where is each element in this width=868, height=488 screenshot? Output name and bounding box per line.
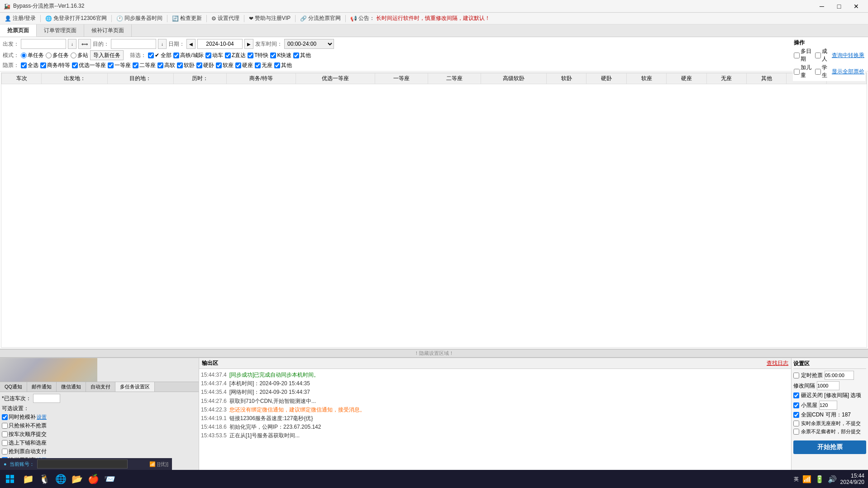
order-sequence-cb[interactable] [2,431,8,437]
filter-all-cb[interactable] [148,53,154,58]
select-lower-cb[interactable] [2,440,8,446]
filter-t-cb[interactable] [248,53,253,58]
mode-multistation[interactable]: 多站 [71,52,88,59]
seat-soft-seat-cb[interactable] [216,62,222,68]
date-next-button[interactable]: ▶ [244,39,253,49]
filter-highspeed-cb[interactable] [173,53,179,58]
hidden-divider[interactable]: ！隐藏设置区域！ [0,349,868,358]
start-button[interactable] [0,470,20,488]
tab-autopay[interactable]: 自动支付 [86,382,115,392]
sync-grab-cb[interactable] [2,414,8,420]
exchange-button[interactable]: ⟺ [78,39,91,49]
seat-all-cb[interactable] [21,62,27,68]
convert-link[interactable]: 查询中转换乘 [832,52,864,59]
to-input[interactable] [111,39,156,49]
seat-business-cb[interactable] [40,62,46,68]
tab-grab[interactable]: 抢票页面 [0,24,37,37]
filter-z-cb[interactable] [225,53,231,58]
menu-official2[interactable]: 🔗 分流抢票官网 [297,14,343,23]
seat-all[interactable]: 全选 [21,62,38,69]
to-down-button[interactable]: ↓ [158,39,167,49]
seat-second[interactable]: 二等座 [133,62,156,69]
filter-highspeed[interactable]: 高铁/城际 [173,52,203,59]
tab-qq[interactable]: QQ通知 [0,382,27,392]
seat-high-soft-cb[interactable] [157,62,163,68]
show-price-link[interactable]: 显示全部票价 [832,68,864,76]
auto-pay-cb[interactable] [2,449,8,455]
taskbar-qq[interactable]: 🐧 [36,471,52,487]
train-table-container[interactable]: 车次 出发地： 目的地： 历时： 商务/特等 优选一等座 一等座 二等座 高级软… [1,72,867,348]
cdn-cb[interactable] [793,412,799,418]
adult-checkbox[interactable] [815,53,821,58]
maximize-button[interactable]: □ [831,0,847,13]
menu-sync[interactable]: 🕐 同步服务器时间 [114,14,165,23]
filter-all[interactable]: ✔ 全部 [148,52,172,59]
insufficient-cb[interactable] [793,429,799,435]
menu-official[interactable]: 🌐 免登录打开12306官网 [43,14,109,23]
filter-motor-cb[interactable] [205,53,211,58]
adult-label[interactable]: 成人 [815,48,830,63]
start-grab-button[interactable]: 开始抢票 [793,440,866,454]
tab-supplement[interactable]: 候补订单页面 [84,24,132,37]
mode-multi[interactable]: 多任务 [46,52,69,59]
close-button[interactable]: ✕ [848,0,864,13]
seat-hard-sleep-cb[interactable] [196,62,202,68]
menu-login[interactable]: 👤 注册/登录 [2,14,38,23]
mode-single-radio[interactable] [21,53,27,58]
seat-high-soft[interactable]: 高软 [157,62,175,69]
child-checkbox[interactable] [794,69,800,75]
mode-multi-radio[interactable] [46,53,52,58]
sync-grab-settings[interactable]: 设置 [37,414,47,421]
menu-update[interactable]: 🔄 检查更新 [169,14,205,23]
seat-soft-sleep[interactable]: 软卧 [177,62,195,69]
only-supplement-cb[interactable] [2,423,8,429]
date-prev-button[interactable]: ◀ [186,39,196,49]
tray-clock[interactable]: 15:44 2024/9/20 [840,473,864,485]
seat-second-cb[interactable] [133,62,138,68]
minimize-button[interactable]: ─ [814,0,830,13]
import-button[interactable]: 导入新任务 [90,50,124,60]
multi-day-checkbox[interactable] [794,53,800,58]
seat-hard-seat-cb[interactable] [235,62,241,68]
seat-no-seat-cb[interactable] [255,62,261,68]
blacklist-cb[interactable] [793,402,799,408]
menu-vip[interactable]: ❤ 赞助与注册VIP [246,14,293,23]
seat-other[interactable]: 其他 [274,62,292,69]
seat-hard-seat[interactable]: 硬座 [235,62,253,69]
log-link[interactable]: 查找日志 [767,359,788,367]
seat-first-plus[interactable]: 优选一等座 [72,62,106,69]
filter-other-cb[interactable] [293,53,299,58]
seat-business[interactable]: 商务/特等 [40,62,70,69]
from-input[interactable] [21,39,66,49]
taskbar-file-explorer[interactable]: 📁 [20,471,36,487]
mode-multistation-radio[interactable] [71,53,76,58]
close-delay-cb[interactable] [793,392,799,398]
tab-email[interactable]: 邮件通知 [27,382,57,392]
timed-time-input[interactable] [825,371,854,380]
multi-day-label[interactable]: 多日期 [794,48,813,63]
date-input[interactable] [197,39,243,49]
train-count-input[interactable] [33,394,60,403]
realtime-no-seat-cb[interactable] [793,421,799,426]
tab-wechat[interactable]: 微信通知 [57,382,86,392]
timed-grab-cb[interactable] [793,373,799,378]
seat-no-seat[interactable]: 无座 [255,62,272,69]
account-input[interactable] [37,459,128,469]
student-checkbox[interactable] [815,69,821,75]
filter-z[interactable]: Z直达 [225,52,246,59]
filter-k[interactable]: K快速 [270,52,291,59]
seat-other-cb[interactable] [274,62,280,68]
filter-t[interactable]: T特快 [248,52,268,59]
tab-multitask[interactable]: 多任务设置区 [115,382,155,392]
student-label[interactable]: 学生 [815,64,830,79]
filter-motor[interactable]: 动车 [205,52,223,59]
seat-first-plus-cb[interactable] [72,62,78,68]
tab-orders[interactable]: 订单管理页面 [37,24,84,37]
taskbar-app5[interactable]: 🍎 [85,471,101,487]
taskbar-app6[interactable]: 📨 [101,471,118,487]
seat-soft-sleep-cb[interactable] [177,62,183,68]
seat-soft-seat[interactable]: 软座 [216,62,234,69]
filter-other[interactable]: 其他 [293,52,311,59]
seat-first[interactable]: 一等座 [108,62,131,69]
blacklist-input[interactable] [819,401,837,410]
